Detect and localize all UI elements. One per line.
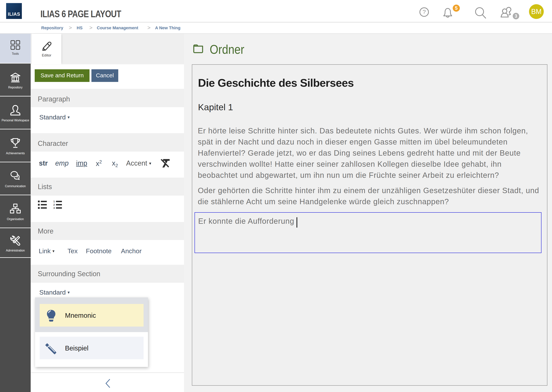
svg-text:?: ?: [423, 9, 426, 15]
svg-text:1: 1: [53, 200, 55, 203]
svg-text:2: 2: [53, 203, 55, 206]
svg-text:3: 3: [53, 207, 55, 209]
